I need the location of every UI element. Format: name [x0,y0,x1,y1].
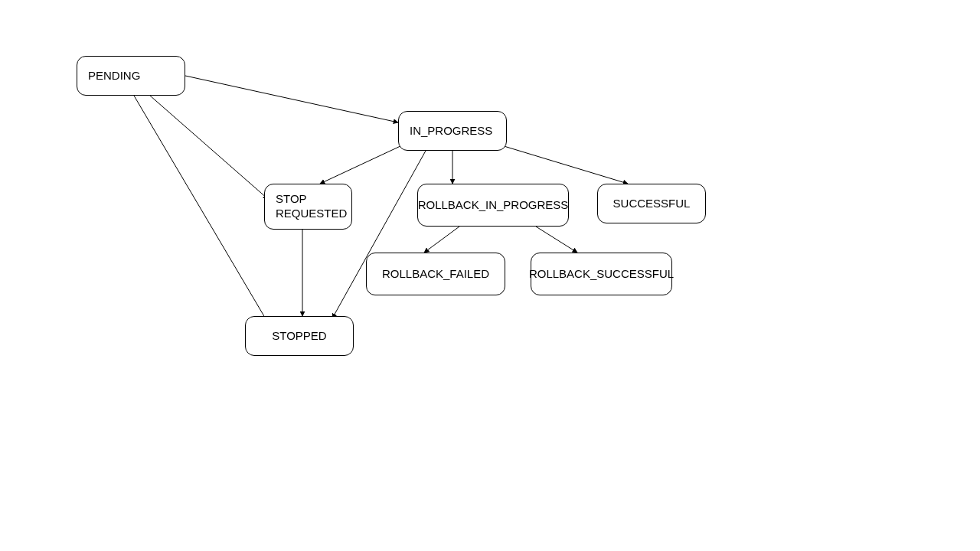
state-pending: PENDING [77,56,185,96]
edge-pending-to-in_progress [185,76,398,122]
edge-pending-to-stop_requested [150,96,268,199]
state-stopped: STOPPED [245,316,354,356]
edge-in_progress-to-stop_requested [320,145,402,184]
edge-rollback_in_progress-to-rollback_successful [536,227,577,253]
diagram-canvas: PENDING IN_PROGRESS STOP REQUESTED ROLLB… [0,0,980,551]
state-in-progress: IN_PROGRESS [398,111,507,151]
state-label: STOPPED [272,329,326,344]
state-label: STOP REQUESTED [276,192,347,221]
edge-in_progress-to-successful [501,145,628,184]
edge-pending-to-stopped [134,96,267,321]
state-successful: SUCCESSFUL [597,184,706,223]
state-label: ROLLBACK_FAILED [382,267,489,282]
state-label: IN_PROGRESS [410,124,492,139]
state-label: ROLLBACK_SUCCESSFUL [529,267,674,282]
state-rollback-in-progress: ROLLBACK_IN_PROGRESS [417,184,569,227]
state-rollback-successful: ROLLBACK_SUCCESSFUL [531,253,672,295]
state-stop-requested: STOP REQUESTED [264,184,352,230]
state-label: ROLLBACK_IN_PROGRESS [418,198,569,213]
edge-rollback_in_progress-to-rollback_failed [424,227,459,253]
state-label: SUCCESSFUL [613,197,691,211]
state-label: PENDING [88,69,140,83]
state-rollback-failed: ROLLBACK_FAILED [366,253,505,295]
